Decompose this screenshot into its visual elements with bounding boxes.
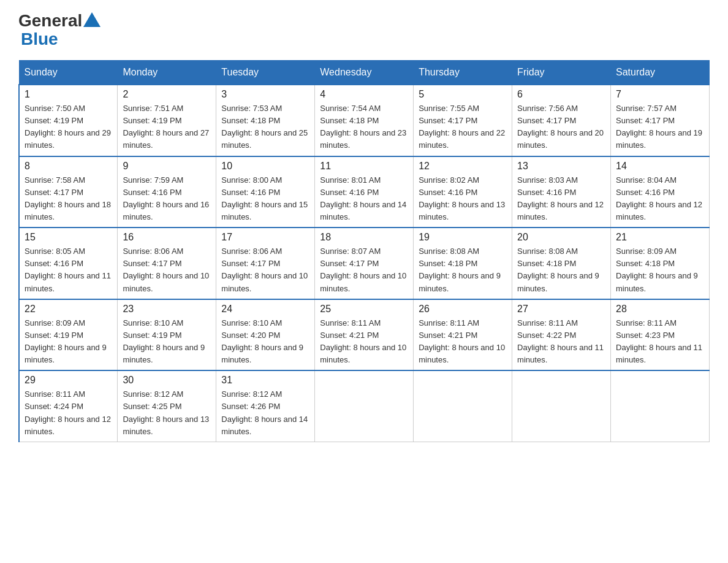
day-info: Sunrise: 7:57 AMSunset: 4:17 PMDaylight:… [616,104,702,150]
day-number: 30 [123,375,211,386]
calendar-cell: 20 Sunrise: 8:08 AMSunset: 4:18 PMDaylig… [512,228,611,299]
calendar-cell: 10 Sunrise: 8:00 AMSunset: 4:16 PMDaylig… [216,156,315,228]
day-info: Sunrise: 8:11 AMSunset: 4:22 PMDaylight:… [517,318,604,364]
day-number: 7 [616,89,704,100]
calendar-week-row: 8 Sunrise: 7:58 AMSunset: 4:17 PMDayligh… [19,156,710,228]
calendar-cell: 12 Sunrise: 8:02 AMSunset: 4:16 PMDaylig… [414,156,512,228]
day-number: 14 [616,161,704,172]
calendar-cell: 7 Sunrise: 7:57 AMSunset: 4:17 PMDayligh… [611,85,710,156]
day-number: 27 [517,304,605,315]
calendar-cell [512,370,611,442]
day-info: Sunrise: 7:59 AMSunset: 4:16 PMDaylight:… [123,175,209,221]
calendar-cell: 28 Sunrise: 8:11 AMSunset: 4:23 PMDaylig… [611,299,710,371]
day-info: Sunrise: 8:12 AMSunset: 4:26 PMDaylight:… [221,389,308,435]
weekday-header-sunday: Sunday [19,61,118,85]
day-number: 12 [419,161,507,172]
calendar-week-row: 29 Sunrise: 8:11 AMSunset: 4:24 PMDaylig… [19,370,710,442]
day-info: Sunrise: 7:58 AMSunset: 4:17 PMDaylight:… [25,175,111,221]
day-number: 19 [419,232,507,243]
calendar-cell: 1 Sunrise: 7:50 AMSunset: 4:19 PMDayligh… [19,85,118,156]
day-number: 10 [221,161,309,172]
logo: General Blue [18,12,102,49]
calendar-cell: 27 Sunrise: 8:11 AMSunset: 4:22 PMDaylig… [512,299,611,371]
calendar-week-row: 22 Sunrise: 8:09 AMSunset: 4:19 PMDaylig… [19,299,710,371]
weekday-header-friday: Friday [512,61,611,85]
calendar-cell: 14 Sunrise: 8:04 AMSunset: 4:16 PMDaylig… [611,156,710,228]
weekday-header-row: SundayMondayTuesdayWednesdayThursdayFrid… [19,61,710,85]
calendar-cell: 21 Sunrise: 8:09 AMSunset: 4:18 PMDaylig… [611,228,710,299]
day-info: Sunrise: 8:09 AMSunset: 4:18 PMDaylight:… [616,247,698,293]
weekday-header-tuesday: Tuesday [216,61,315,85]
day-number: 25 [320,304,408,315]
calendar-cell: 26 Sunrise: 8:11 AMSunset: 4:21 PMDaylig… [414,299,512,371]
day-info: Sunrise: 8:10 AMSunset: 4:20 PMDaylight:… [221,318,303,364]
day-number: 17 [221,232,309,243]
day-info: Sunrise: 8:04 AMSunset: 4:16 PMDaylight:… [616,175,702,221]
day-info: Sunrise: 8:08 AMSunset: 4:18 PMDaylight:… [419,247,501,293]
header: General Blue [18,12,710,49]
calendar-cell: 16 Sunrise: 8:06 AMSunset: 4:17 PMDaylig… [118,228,216,299]
day-number: 1 [25,89,112,100]
day-number: 15 [25,232,112,243]
calendar-cell: 25 Sunrise: 8:11 AMSunset: 4:21 PMDaylig… [315,299,414,371]
day-number: 3 [221,89,309,100]
calendar-cell: 9 Sunrise: 7:59 AMSunset: 4:16 PMDayligh… [118,156,216,228]
weekday-header-thursday: Thursday [414,61,512,85]
day-info: Sunrise: 7:51 AMSunset: 4:19 PMDaylight:… [123,104,209,150]
day-info: Sunrise: 8:08 AMSunset: 4:18 PMDaylight:… [517,247,599,293]
day-info: Sunrise: 8:02 AMSunset: 4:16 PMDaylight:… [419,175,505,221]
day-number: 29 [25,375,112,386]
calendar-cell: 2 Sunrise: 7:51 AMSunset: 4:19 PMDayligh… [118,85,216,156]
calendar-week-row: 15 Sunrise: 8:05 AMSunset: 4:16 PMDaylig… [19,228,710,299]
day-number: 11 [320,161,408,172]
day-info: Sunrise: 7:54 AMSunset: 4:18 PMDaylight:… [320,104,406,150]
logo-general-text: General [18,12,82,29]
day-number: 20 [517,232,605,243]
calendar-cell: 18 Sunrise: 8:07 AMSunset: 4:17 PMDaylig… [315,228,414,299]
logo-blue-text: Blue [21,29,58,49]
day-info: Sunrise: 8:05 AMSunset: 4:16 PMDaylight:… [25,247,111,293]
day-number: 2 [123,89,211,100]
day-number: 9 [123,161,211,172]
weekday-header-saturday: Saturday [611,61,710,85]
day-number: 5 [419,89,507,100]
day-number: 24 [221,304,309,315]
calendar-cell: 31 Sunrise: 8:12 AMSunset: 4:26 PMDaylig… [216,370,315,442]
day-number: 23 [123,304,211,315]
day-info: Sunrise: 8:00 AMSunset: 4:16 PMDaylight:… [221,175,308,221]
day-info: Sunrise: 8:11 AMSunset: 4:24 PMDaylight:… [25,389,111,435]
day-number: 6 [517,89,605,100]
calendar-cell [611,370,710,442]
calendar-cell: 11 Sunrise: 8:01 AMSunset: 4:16 PMDaylig… [315,156,414,228]
calendar-cell [414,370,512,442]
day-info: Sunrise: 8:07 AMSunset: 4:17 PMDaylight:… [320,247,406,293]
day-info: Sunrise: 7:50 AMSunset: 4:19 PMDaylight:… [25,104,111,150]
day-info: Sunrise: 8:12 AMSunset: 4:25 PMDaylight:… [123,389,209,435]
day-info: Sunrise: 7:55 AMSunset: 4:17 PMDaylight:… [419,104,505,150]
day-info: Sunrise: 8:01 AMSunset: 4:16 PMDaylight:… [320,175,406,221]
day-info: Sunrise: 8:11 AMSunset: 4:21 PMDaylight:… [419,318,505,364]
day-number: 26 [419,304,507,315]
calendar-cell: 17 Sunrise: 8:06 AMSunset: 4:17 PMDaylig… [216,228,315,299]
day-number: 16 [123,232,211,243]
day-info: Sunrise: 8:11 AMSunset: 4:21 PMDaylight:… [320,318,406,364]
day-info: Sunrise: 8:10 AMSunset: 4:19 PMDaylight:… [123,318,205,364]
day-info: Sunrise: 7:53 AMSunset: 4:18 PMDaylight:… [221,104,308,150]
calendar-cell: 23 Sunrise: 8:10 AMSunset: 4:19 PMDaylig… [118,299,216,371]
calendar-cell: 5 Sunrise: 7:55 AMSunset: 4:17 PMDayligh… [414,85,512,156]
calendar-cell: 19 Sunrise: 8:08 AMSunset: 4:18 PMDaylig… [414,228,512,299]
day-number: 8 [25,161,112,172]
day-number: 18 [320,232,408,243]
day-info: Sunrise: 7:56 AMSunset: 4:17 PMDaylight:… [517,104,604,150]
day-number: 22 [25,304,112,315]
day-number: 4 [320,89,408,100]
calendar-cell: 15 Sunrise: 8:05 AMSunset: 4:16 PMDaylig… [19,228,118,299]
calendar-cell: 13 Sunrise: 8:03 AMSunset: 4:16 PMDaylig… [512,156,611,228]
calendar-cell: 24 Sunrise: 8:10 AMSunset: 4:20 PMDaylig… [216,299,315,371]
logo-triangle-icon [83,12,100,27]
calendar-cell: 3 Sunrise: 7:53 AMSunset: 4:18 PMDayligh… [216,85,315,156]
day-number: 31 [221,375,309,386]
calendar-table: SundayMondayTuesdayWednesdayThursdayFrid… [18,60,710,442]
calendar-cell: 29 Sunrise: 8:11 AMSunset: 4:24 PMDaylig… [19,370,118,442]
day-info: Sunrise: 8:03 AMSunset: 4:16 PMDaylight:… [517,175,604,221]
